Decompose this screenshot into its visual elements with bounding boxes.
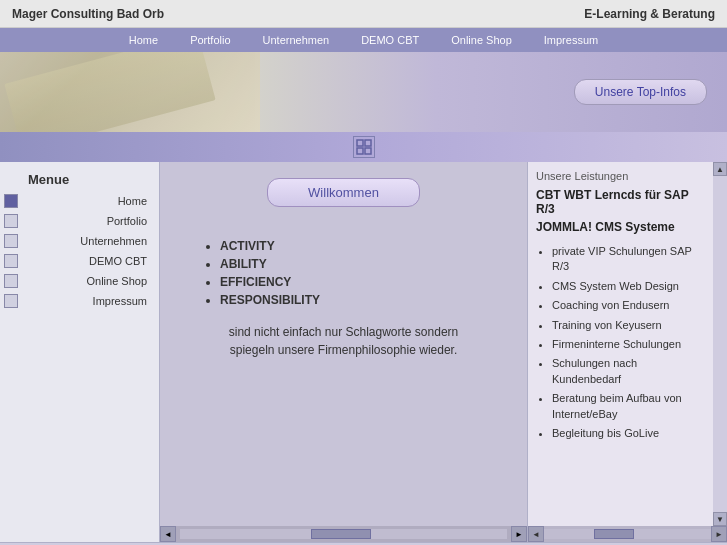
svg-rect-3 [365,148,371,154]
page-header: Mager Consulting Bad Orb E-Learning & Be… [0,0,727,28]
scroll-down-arrow[interactable]: ▼ [713,512,727,526]
nav-item-unternehmen[interactable]: Unternehmen [247,30,346,50]
sidebar-item-online-shop[interactable]: Online Shop [0,271,159,291]
company-name: Mager Consulting Bad Orb [12,7,164,21]
banner-image [0,52,260,132]
rp-heading2: JOMMLA! CMS Systeme [536,220,703,234]
bullet-ability: ABILITY [220,255,507,273]
scroll-up-arrow[interactable]: ▲ [713,162,727,176]
rp-bullet-2: Coaching von Endusern [552,296,703,315]
sidebar-label-unternehmen: Unternehmen [22,235,155,247]
body-text-line2: spiegeln unsere Firmenphilosophie wieder… [230,343,457,357]
sidebar-checkbox-portfolio [4,214,18,228]
banner-pencil-decoration [4,52,215,132]
rp-bullet-6: Beratung beim Aufbau von Internet/eBay [552,389,703,424]
sidebar-checkbox-impressum [4,294,18,308]
right-panel: Unsere Leistungen CBT WBT Lerncds für SA… [527,162,727,542]
banner: Unsere Top-Infos [0,52,727,132]
sidebar-label-impressum: Impressum [22,295,155,307]
bullet-activity: ACTIVITY [220,237,507,255]
svg-rect-1 [365,140,371,146]
content-area: Willkommen ACTIVITY ABILITY EFFICIENCY R… [160,162,527,542]
purple-strip [0,132,727,162]
rp-bullet-1: CMS System Web Design [552,277,703,296]
main-content: Menue Home Portfolio Unternehmen DEMO CB… [0,162,727,542]
rp-bullet-list: private VIP Schulungen SAP R/3 CMS Syste… [552,242,703,443]
nav-item-home[interactable]: Home [113,30,174,50]
rp-scroll-right-arrow[interactable]: ► [711,526,727,542]
sidebar-label-demo-cbt: DEMO CBT [22,255,155,267]
sidebar-label-home: Home [22,195,155,207]
sidebar: Menue Home Portfolio Unternehmen DEMO CB… [0,162,160,542]
sidebar-item-home[interactable]: Home [0,191,159,211]
page-icon [353,136,375,158]
scroll-track [180,529,507,539]
tagline: E-Learning & Beratung [584,7,715,21]
right-vertical-scrollbar[interactable]: ▲ ▼ [713,162,727,526]
navigation-bar: Home Portfolio Unternehmen DEMO CBT Onli… [0,28,727,52]
rp-bullet-4: Firmeninterne Schulungen [552,335,703,354]
sidebar-item-unternehmen[interactable]: Unternehmen [0,231,159,251]
svg-rect-2 [357,148,363,154]
nav-item-demo-cbt[interactable]: DEMO CBT [345,30,435,50]
rp-title: Unsere Leistungen [536,170,703,182]
rp-scroll-track [544,529,711,539]
rp-bullet-5: Schulungen nach Kundenbedarf [552,354,703,389]
sidebar-checkbox-demo-cbt [4,254,18,268]
welcome-button[interactable]: Willkommen [267,178,420,207]
svg-rect-0 [357,140,363,146]
sidebar-label-online-shop: Online Shop [22,275,155,287]
bullet-responsibility: RESPONSIBILITY [220,291,507,309]
bullet-efficiency: EFFICIENCY [220,273,507,291]
activity-list: ACTIVITY ABILITY EFFICIENCY RESPONSIBILI… [220,237,507,309]
rp-bullet-7: Begleitung bis GoLive [552,424,703,443]
scroll-left-arrow[interactable]: ◄ [160,526,176,542]
sidebar-checkbox-home [4,194,18,208]
top-infos-button[interactable]: Unsere Top-Infos [574,79,707,105]
nav-item-online-shop[interactable]: Online Shop [435,30,528,50]
rp-scroll-left-arrow[interactable]: ◄ [528,526,544,542]
scroll-thumb[interactable] [311,529,371,539]
sidebar-item-demo-cbt[interactable]: DEMO CBT [0,251,159,271]
sidebar-title: Menue [0,166,159,191]
sidebar-checkbox-online-shop [4,274,18,288]
rp-bullet-3: Training von Keyusern [552,316,703,335]
rp-bullet-0: private VIP Schulungen SAP R/3 [552,242,703,277]
body-text-line1: sind nicht einfach nur Schlagworte sonde… [229,325,458,339]
sidebar-label-portfolio: Portfolio [22,215,155,227]
body-text: sind nicht einfach nur Schlagworte sonde… [180,323,507,359]
horizontal-scrollbar[interactable]: ◄ ► [160,526,527,542]
nav-item-portfolio[interactable]: Portfolio [174,30,246,50]
sidebar-item-impressum[interactable]: Impressum [0,291,159,311]
rp-bottom-scrollbar[interactable]: ◄ ► [528,526,727,542]
content-body: ACTIVITY ABILITY EFFICIENCY RESPONSIBILI… [160,237,527,359]
rp-heading1: CBT WBT Lerncds für SAP R/3 [536,188,703,216]
nav-item-impressum[interactable]: Impressum [528,30,614,50]
sidebar-checkbox-unternehmen [4,234,18,248]
scroll-right-arrow[interactable]: ► [511,526,527,542]
right-panel-inner: Unsere Leistungen CBT WBT Lerncds für SA… [536,170,719,443]
sidebar-item-portfolio[interactable]: Portfolio [0,211,159,231]
rp-scroll-thumb[interactable] [594,529,634,539]
